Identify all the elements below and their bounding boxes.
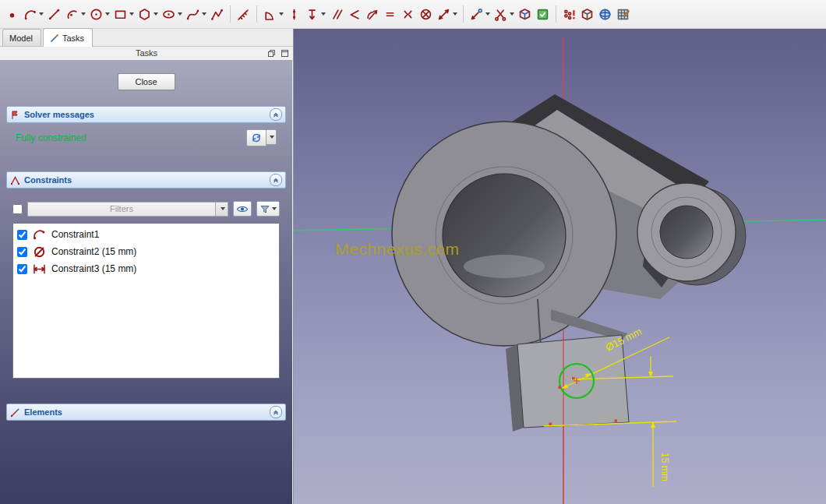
- rectangle-icon: [113, 7, 128, 22]
- constraints-section: Constraints Filters: [6, 171, 286, 385]
- constraint-label: Constraint1: [51, 229, 99, 240]
- constraints-icon: [10, 175, 20, 185]
- filters-combo[interactable]: Filters: [27, 202, 228, 217]
- grid-edit-button[interactable]: [614, 3, 632, 25]
- dropdown-arrow-icon: [279, 12, 284, 16]
- constraint-list-item[interactable]: Constraint3 (15 mm): [15, 260, 277, 277]
- dropdown-arrow-icon: [321, 12, 326, 16]
- dropdown-arrow-icon: [178, 12, 182, 16]
- elements-header[interactable]: Elements: [6, 404, 286, 421]
- constrain-distance-vertical-button[interactable]: [303, 3, 327, 25]
- create-ellipse-button[interactable]: [160, 3, 184, 25]
- polyline-icon: [210, 7, 224, 22]
- dock-panel-button[interactable]: [279, 48, 290, 58]
- symmetric-icon: [401, 7, 415, 22]
- collapse-elements-button[interactable]: [270, 406, 282, 418]
- scissors-icon: [493, 7, 508, 22]
- gray-cube-icon: [580, 7, 595, 22]
- show-hide-constraints-button[interactable]: [233, 201, 252, 217]
- constrain-equal-button[interactable]: [381, 3, 399, 25]
- 3d-viewport[interactable]: Ø15 mm 15 mm Mechnexus.com: [294, 29, 826, 504]
- toolbar-separator: [256, 5, 257, 23]
- collapse-solver-button[interactable]: [270, 108, 282, 121]
- create-fillet-button[interactable]: [261, 3, 285, 25]
- solver-messages-title: Solver messages: [24, 110, 94, 119]
- vertical-dimension-label[interactable]: 15 mm: [659, 453, 670, 481]
- filters-combo-value: Filters: [27, 202, 215, 217]
- constraint2-checkbox[interactable]: [17, 247, 27, 257]
- create-polygon-button[interactable]: [136, 3, 160, 25]
- close-button[interactable]: Close: [118, 73, 175, 90]
- constrain-tangent-button[interactable]: [363, 3, 381, 25]
- constrain-symmetric-button[interactable]: [399, 3, 417, 25]
- toggle-construction-button[interactable]: [516, 3, 534, 25]
- elements-section: Elements: [6, 404, 286, 421]
- tab-model[interactable]: Model: [2, 29, 41, 46]
- constraints-list[interactable]: Constraint1 Constraint2 (15 mm) Constrai…: [12, 223, 280, 379]
- diameter-constraint-icon: [32, 245, 47, 259]
- solver-messages-header[interactable]: Solver messages: [6, 106, 286, 123]
- create-circle-button[interactable]: [87, 3, 111, 25]
- navigation-globe-button[interactable]: [596, 3, 614, 25]
- collapse-constraints-button[interactable]: [270, 174, 282, 186]
- horizontal-distance-icon: [32, 262, 47, 277]
- constraint1-checkbox[interactable]: [17, 230, 27, 240]
- create-polyline-button[interactable]: [208, 3, 226, 25]
- external-geometry-button[interactable]: [468, 3, 492, 25]
- refresh-button[interactable]: [246, 129, 267, 146]
- create-arc-by-center-button[interactable]: [63, 3, 87, 25]
- float-panel-button[interactable]: [266, 48, 277, 58]
- tab-model-label: Model: [9, 33, 33, 43]
- filters-checkbox[interactable]: [12, 204, 23, 214]
- dropdown-arrow-icon: [202, 12, 206, 16]
- create-rectangle-button[interactable]: [111, 3, 136, 25]
- constraints-header[interactable]: Constraints: [6, 171, 286, 189]
- solver-messages-section: Solver messages Fully constrained: [6, 106, 286, 153]
- solver-status: Fully constrained: [16, 132, 86, 143]
- point-icon: [5, 7, 19, 22]
- polygon-icon: [137, 7, 152, 22]
- circle-icon: [89, 7, 104, 22]
- refresh-dropdown-button[interactable]: [267, 129, 277, 145]
- constrain-point-on-object-button[interactable]: [285, 3, 303, 25]
- constraint3-checkbox[interactable]: [17, 264, 27, 274]
- watermark-text: Mechnexus.com: [335, 240, 459, 259]
- tab-tasks-label: Tasks: [62, 33, 84, 43]
- dropdown-arrow-icon: [39, 12, 44, 16]
- create-line-button[interactable]: [45, 3, 63, 25]
- constraint-settings-button[interactable]: [256, 201, 280, 217]
- toolbar-separator: [230, 5, 231, 23]
- part-body: [392, 94, 746, 432]
- tab-tasks[interactable]: Tasks: [43, 28, 93, 47]
- green-check-panel-icon: [535, 7, 550, 22]
- constrain-dimension-button[interactable]: [435, 3, 459, 25]
- create-point-button[interactable]: [3, 3, 21, 25]
- constrain-parallel-button[interactable]: [327, 3, 345, 25]
- constraint-label: Constraint3 (15 mm): [51, 263, 136, 274]
- constraint-label: Constraint2 (15 mm): [51, 246, 136, 257]
- panel-title-bar: Tasks: [0, 47, 293, 61]
- create-arc-button[interactable]: [21, 3, 45, 25]
- external-geometry-icon: [469, 7, 484, 22]
- ruler-icon: [236, 7, 251, 22]
- constrain-block-button[interactable]: [417, 3, 435, 25]
- constraint-list-item[interactable]: Constraint1: [15, 226, 277, 243]
- sketch-dots-tool-button[interactable]: [560, 3, 578, 25]
- create-bspline-button[interactable]: [184, 3, 208, 25]
- globe-icon: [598, 7, 612, 22]
- cube-view-button[interactable]: [578, 3, 596, 25]
- split-edge-button[interactable]: [492, 3, 516, 25]
- edit-ruler-button[interactable]: [235, 3, 252, 25]
- elements-title: Elements: [24, 407, 62, 417]
- dimension-icon: [436, 7, 451, 22]
- constrain-angle-button[interactable]: [345, 3, 363, 25]
- auto-update-split-button: [246, 129, 277, 146]
- vertical-distance-icon: [305, 7, 319, 22]
- constraint-list-item[interactable]: Constraint2 (15 mm): [15, 243, 277, 260]
- filters-combo-arrow[interactable]: [215, 202, 228, 217]
- validate-sketch-button[interactable]: [534, 3, 552, 25]
- dropdown-arrow-icon: [272, 207, 277, 210]
- freecad-window: Model Tasks Tasks Close Solver messages: [0, 0, 826, 504]
- dropdown-arrow-icon: [453, 12, 457, 16]
- tasks-pencil-icon: [50, 33, 59, 43]
